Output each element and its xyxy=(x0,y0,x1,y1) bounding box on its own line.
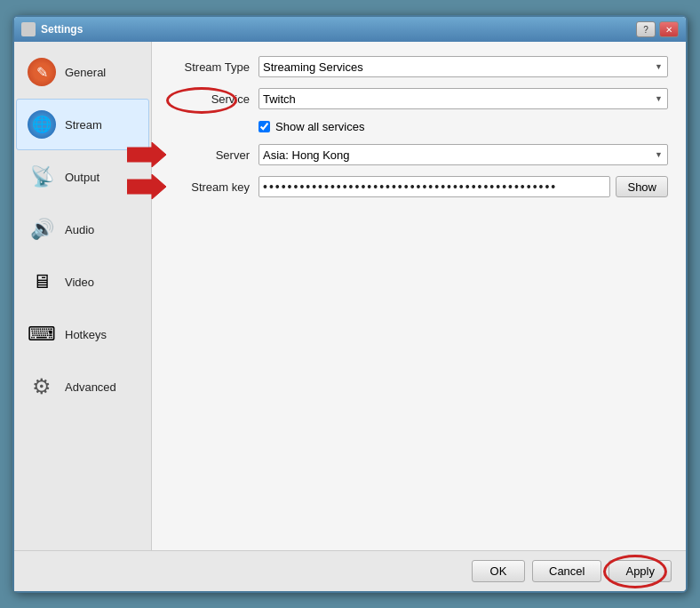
sidebar-label-hotkeys: Hotkeys xyxy=(65,328,107,341)
ok-button[interactable]: OK xyxy=(472,560,525,582)
server-arrow-icon xyxy=(127,142,166,167)
server-select[interactable]: Asia: Hong Kong xyxy=(259,144,668,165)
audio-icon xyxy=(26,213,58,245)
server-label: Server xyxy=(170,148,250,162)
footer: OK Cancel Apply xyxy=(14,550,686,591)
window-title: Settings xyxy=(41,23,636,36)
service-select[interactable]: Twitch xyxy=(259,88,668,109)
window-controls: ? ✕ xyxy=(636,21,679,37)
sidebar-label-audio: Audio xyxy=(65,223,94,236)
server-control: Asia: Hong Kong xyxy=(259,144,668,165)
stream-key-label: Stream key xyxy=(170,180,250,194)
server-select-wrap: Asia: Hong Kong xyxy=(259,144,668,165)
svg-marker-0 xyxy=(127,142,166,167)
sidebar-label-advanced: Advanced xyxy=(65,380,116,394)
stream-key-control: Show xyxy=(259,176,668,197)
stream-type-select[interactable]: Streaming Services xyxy=(259,56,668,77)
window-icon xyxy=(21,22,36,36)
hotkeys-icon xyxy=(26,318,58,350)
output-icon xyxy=(26,161,58,193)
sidebar-item-hotkeys[interactable]: Hotkeys xyxy=(16,308,149,360)
service-select-wrap: Twitch xyxy=(259,88,668,109)
stream-key-row: Stream key Show xyxy=(170,176,668,197)
stream-type-select-wrap: Streaming Services xyxy=(259,56,668,77)
apply-button[interactable]: Apply xyxy=(609,560,672,582)
sidebar-label-general: General xyxy=(65,66,106,79)
stream-key-input[interactable] xyxy=(259,176,610,197)
sidebar-label-video: Video xyxy=(65,276,94,289)
main-content: Stream Type Streaming Services Service xyxy=(152,42,686,550)
help-button[interactable]: ? xyxy=(636,21,656,37)
apply-button-wrap: Apply xyxy=(609,560,672,582)
show-all-services-row: Show all services xyxy=(259,120,668,133)
show-all-services-checkbox[interactable] xyxy=(259,121,270,132)
title-bar: Settings ? ✕ xyxy=(14,17,686,42)
stream-type-row: Stream Type Streaming Services xyxy=(170,56,668,77)
show-button[interactable]: Show xyxy=(616,176,668,197)
service-label: Service xyxy=(170,92,250,106)
video-icon xyxy=(26,266,58,298)
general-icon xyxy=(26,56,58,88)
window-body: General Stream Output Audio xyxy=(14,42,686,550)
sidebar-item-general[interactable]: General xyxy=(16,46,149,98)
sidebar-label-output: Output xyxy=(65,171,99,184)
stream-type-label: Stream Type xyxy=(170,60,250,74)
show-all-services-label: Show all services xyxy=(275,120,364,133)
settings-window: Settings ? ✕ General Stream xyxy=(12,15,688,593)
sidebar-item-audio[interactable]: Audio xyxy=(16,204,149,255)
stream-icon xyxy=(26,108,58,140)
svg-marker-1 xyxy=(127,174,166,199)
cancel-button[interactable]: Cancel xyxy=(532,560,601,582)
server-row: Server Asia: Hong Kong xyxy=(170,144,668,165)
sidebar: General Stream Output Audio xyxy=(14,42,152,550)
service-row: Service Twitch xyxy=(170,88,668,109)
sidebar-item-advanced[interactable]: Advanced xyxy=(16,361,149,412)
close-button[interactable]: ✕ xyxy=(659,21,679,37)
service-control: Twitch xyxy=(259,88,668,109)
advanced-icon xyxy=(26,371,58,403)
sidebar-item-video[interactable]: Video xyxy=(16,256,149,308)
stream-key-arrow-icon xyxy=(127,174,166,199)
stream-type-control: Streaming Services xyxy=(259,56,668,77)
sidebar-label-stream: Stream xyxy=(65,118,102,132)
